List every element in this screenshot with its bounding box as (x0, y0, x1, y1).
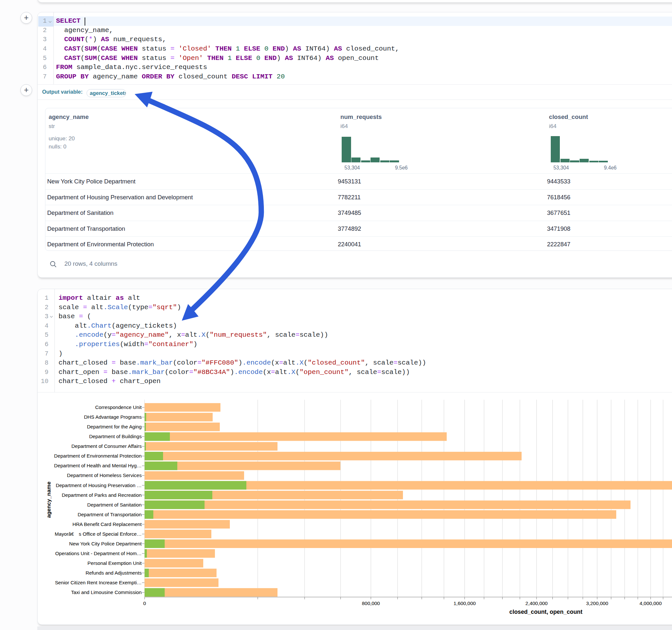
svg-text:Taxi and Limousine Commission: Taxi and Limousine Commission (71, 589, 142, 595)
svg-text:Department of Sanitation: Department of Sanitation (87, 502, 142, 508)
svg-text:DHS Advantage Programs: DHS Advantage Programs (84, 414, 142, 420)
svg-text:1,600,000: 1,600,000 (454, 601, 476, 606)
svg-text:800,000: 800,000 (362, 601, 380, 606)
svg-text:Refunds and Adjustments: Refunds and Adjustments (86, 570, 142, 576)
svg-text:HRA Benefit Card Replacement: HRA Benefit Card Replacement (72, 522, 142, 527)
svg-text:Personal Exemption Unit: Personal Exemption Unit (88, 560, 142, 566)
svg-text:Department of Housing Preserva: Department of Housing Preservation … (56, 483, 142, 488)
svg-text:agency_name: agency_name (46, 482, 52, 518)
svg-text:0: 0 (143, 601, 146, 606)
svg-text:Department of Parks and Recrea: Department of Parks and Recreation (62, 492, 142, 498)
svg-text:2,400,000: 2,400,000 (526, 601, 548, 606)
svg-text:Correspondence Unit: Correspondence Unit (95, 405, 142, 410)
svg-text:Department of Transportation: Department of Transportation (77, 512, 142, 517)
svg-text:Department for the Aging: Department for the Aging (87, 424, 142, 430)
svg-text:New York City Police Departmen: New York City Police Department (69, 541, 142, 547)
svg-text:Department of Buildings: Department of Buildings (89, 434, 142, 439)
svg-text:Department of Homeless Service: Department of Homeless Services (67, 473, 142, 478)
svg-text:Senior Citizen Rent Increase E: Senior Citizen Rent Increase Exempti… (55, 580, 142, 585)
svg-text:4,000,000: 4,000,000 (640, 601, 662, 606)
svg-text:Operations Unit - Department o: Operations Unit - Department of Hom… (55, 551, 142, 556)
svg-text:3,200,000: 3,200,000 (586, 601, 608, 606)
svg-text:Mayorâ€ s Office of Special En: Mayorâ€ s Office of Special Enforce… (55, 531, 142, 537)
svg-text:Department of Environmental Pr: Department of Environmental Protection (54, 453, 142, 459)
svg-text:closed_count, open_count: closed_count, open_count (509, 609, 582, 615)
svg-text:Department of Consumer Affairs: Department of Consumer Affairs (71, 444, 142, 449)
svg-text:Department of Health and Menta: Department of Health and Mental Hyg… (54, 463, 142, 468)
